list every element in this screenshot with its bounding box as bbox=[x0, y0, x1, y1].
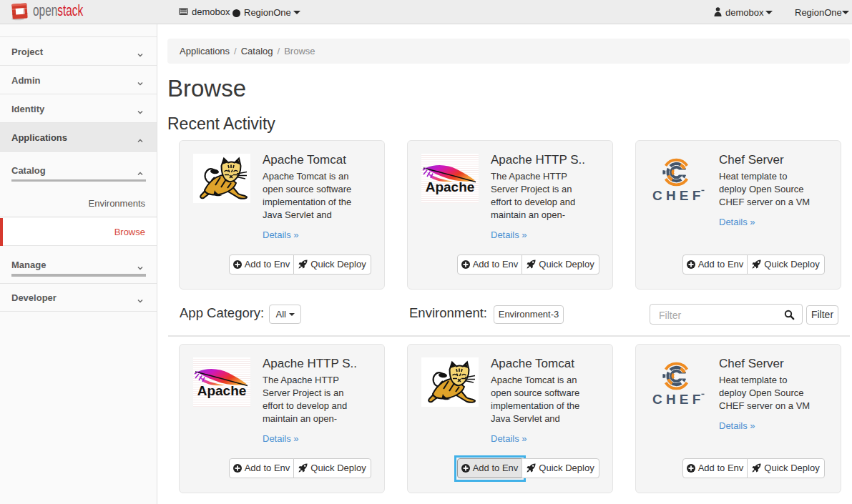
svg-text:Apache: Apache bbox=[197, 383, 247, 398]
svg-text:CHEF: CHEF bbox=[652, 392, 705, 405]
svg-text:CHEF: CHEF bbox=[652, 188, 705, 202]
svg-text:Apache: Apache bbox=[426, 179, 475, 194]
